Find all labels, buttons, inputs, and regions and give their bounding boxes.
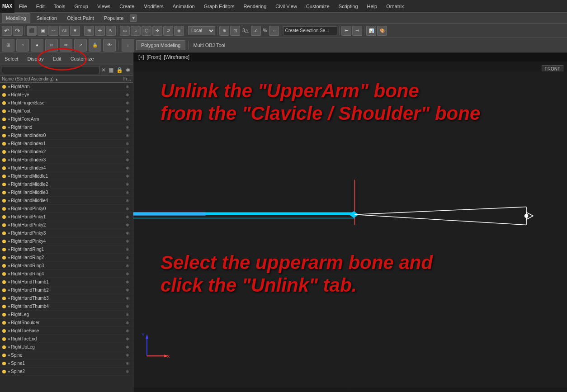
undo-btn[interactable]: ↶: [2, 26, 12, 36]
list-item[interactable]: RightFoot✱: [0, 107, 133, 115]
snap-angle-btn[interactable]: ∠: [251, 26, 261, 36]
star-icon[interactable]: ✱: [125, 67, 131, 73]
list-item[interactable]: RightArm✱: [0, 83, 133, 91]
col-fr-header[interactable]: Fr...: [119, 76, 133, 81]
menu-civil-view[interactable]: Civil View: [271, 0, 301, 12]
snap-scale-btn[interactable]: ↔: [269, 26, 279, 36]
list-item[interactable]: RightHandThumb1✱: [0, 278, 133, 286]
list-item[interactable]: RightHandThumb3✱: [0, 294, 133, 302]
polygon-modeling-tab[interactable]: Polygon Modeling: [136, 40, 185, 50]
mirror-btn[interactable]: ⊢: [341, 26, 351, 36]
rotate-tool-btn[interactable]: ↺: [163, 26, 173, 36]
edit-btn[interactable]: ✏: [60, 39, 72, 52]
scale-tool-btn[interactable]: ◈: [174, 26, 184, 36]
list-item[interactable]: RightHandPinky2✱: [0, 221, 133, 229]
move-btn[interactable]: ✛: [95, 26, 105, 36]
brush-btn[interactable]: ≋: [45, 39, 58, 52]
menu-scripting[interactable]: Scripting: [334, 0, 363, 12]
list-item[interactable]: RightHandIndex3✱: [0, 156, 133, 164]
list-item[interactable]: RightFingerBase✱: [0, 99, 133, 107]
populate-options-btn[interactable]: ▼: [130, 14, 137, 22]
menu-help[interactable]: Help: [363, 0, 382, 12]
viewport[interactable]: [+] [Front] [Wireframe] FRONT: [133, 52, 567, 392]
list-item[interactable]: RightHandIndex0✱: [0, 132, 133, 140]
menu-create[interactable]: Create: [115, 0, 139, 12]
list-item[interactable]: RightHandThumb2✱: [0, 286, 133, 294]
list-item[interactable]: RightHandPinky1✱: [0, 213, 133, 221]
scene-search-input[interactable]: [2, 66, 99, 74]
lock-icon[interactable]: 🔒: [115, 67, 124, 73]
filter-icon[interactable]: ▦: [108, 67, 114, 73]
list-item[interactable]: RightHandPinky3✱: [0, 229, 133, 237]
select-tool-btn[interactable]: ⬛: [27, 26, 37, 36]
tab-modeling[interactable]: Modeling: [2, 13, 30, 23]
all-btn[interactable]: All: [59, 26, 69, 36]
all-dropdown-btn[interactable]: ▼: [70, 26, 80, 36]
eye-btn[interactable]: 👁: [103, 39, 116, 52]
menu-animation[interactable]: Animation: [168, 0, 199, 12]
select-filter-btn[interactable]: ⊞: [84, 26, 94, 36]
select-region-btn[interactable]: ▣: [38, 26, 47, 36]
sphere-btn[interactable]: ○: [16, 39, 29, 52]
list-item[interactable]: RightHandMiddle3✱: [0, 189, 133, 197]
menu-rendering[interactable]: Rendering: [239, 0, 271, 12]
circle-sel-btn[interactable]: ○: [131, 26, 141, 36]
col-name-header[interactable]: Name (Sorted Ascending) ▲: [0, 76, 119, 81]
menu-tools[interactable]: Tools: [49, 0, 70, 12]
search-clear-btn[interactable]: ✕: [100, 67, 107, 73]
list-item[interactable]: RightHandIndex1✱: [0, 140, 133, 148]
selection-set-input[interactable]: [283, 26, 337, 35]
tab-object-paint[interactable]: Object Paint: [63, 13, 98, 23]
tab-edit[interactable]: Edit: [50, 56, 64, 62]
menu-edit[interactable]: Edit: [32, 0, 49, 12]
menu-file[interactable]: File: [14, 0, 32, 12]
menu-customize[interactable]: Customize: [302, 0, 334, 12]
vp-plus-btn[interactable]: [+]: [137, 54, 146, 60]
scene-btn[interactable]: ⊞: [2, 39, 14, 52]
tab-display[interactable]: Display: [25, 56, 47, 62]
list-item[interactable]: RightHand✱: [0, 123, 133, 132]
list-item[interactable]: RightHandRing2✱: [0, 254, 133, 262]
pivot-btn[interactable]: ⊕: [219, 26, 229, 36]
list-item[interactable]: RightLeg✱: [0, 311, 133, 319]
snap-btn[interactable]: ⊡: [230, 26, 240, 36]
menu-group[interactable]: Group: [70, 0, 93, 12]
menu-ornatrix[interactable]: Ornatrix: [382, 0, 408, 12]
tab-customize[interactable]: Customize: [68, 56, 97, 62]
lasso-btn[interactable]: 〰: [48, 26, 58, 36]
list-item[interactable]: RightHandRing1✱: [0, 246, 133, 254]
lock2-btn[interactable]: 🔒: [89, 39, 101, 52]
vp-shading-label[interactable]: [Wireframe]: [162, 54, 191, 60]
list-item[interactable]: RightHandRing4✱: [0, 270, 133, 278]
paint-btn[interactable]: ●: [31, 39, 43, 52]
list-item[interactable]: RightHandPinky0✱: [0, 205, 133, 213]
tab-selection[interactable]: Selection: [33, 13, 61, 23]
list-item[interactable]: RightHandThumb4✱: [0, 302, 133, 311]
list-item[interactable]: RightHandMiddle1✱: [0, 172, 133, 180]
list-item[interactable]: RightToeBase✱: [0, 327, 133, 335]
list-item[interactable]: Spine✱: [0, 351, 133, 359]
list-item[interactable]: RightHandIndex2✱: [0, 148, 133, 156]
list-item[interactable]: RightEye✱: [0, 91, 133, 99]
menu-graph-editors[interactable]: Graph Editors: [199, 0, 239, 12]
max-logo[interactable]: MAX: [0, 0, 14, 13]
vp-view-label[interactable]: [Front]: [146, 54, 163, 60]
list-item[interactable]: RightHandIndex4✱: [0, 164, 133, 172]
list-item[interactable]: RightUpLeg✱: [0, 343, 133, 351]
list-item[interactable]: RightToeEnd✱: [0, 335, 133, 343]
list-item[interactable]: RightShoulder✱: [0, 319, 133, 327]
rect-sel-btn[interactable]: ▭: [120, 26, 130, 36]
list-item[interactable]: RightHandMiddle4✱: [0, 197, 133, 205]
list-item[interactable]: RightForeArm✱: [0, 115, 133, 123]
cursor-btn[interactable]: ↗: [74, 39, 87, 52]
list-item[interactable]: RightHandRing3✱: [0, 262, 133, 270]
menu-views[interactable]: Views: [93, 0, 115, 12]
material-btn[interactable]: 🎨: [377, 26, 387, 36]
list-item[interactable]: RightHandMiddle2✱: [0, 180, 133, 189]
move-tool-btn[interactable]: ✛: [152, 26, 162, 36]
tab-populate[interactable]: Populate: [100, 13, 127, 23]
menu-modifiers[interactable]: Modifiers: [139, 0, 168, 12]
coord-system-select[interactable]: Local World: [188, 26, 215, 35]
list-item[interactable]: RightHandPinky4✱: [0, 237, 133, 246]
list-item[interactable]: Spine2✱: [0, 368, 133, 376]
